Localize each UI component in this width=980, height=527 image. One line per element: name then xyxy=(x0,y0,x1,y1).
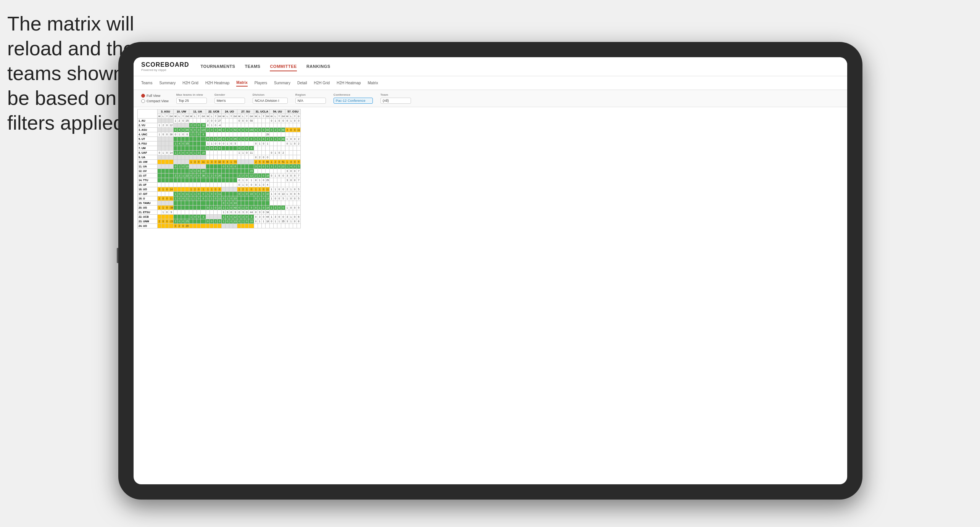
full-view-radio[interactable]: Full View xyxy=(141,94,169,98)
sub-t8: T xyxy=(277,114,281,119)
max-teams-filter: Max teams in view Top 25 Top 10 Top 50 xyxy=(176,93,207,104)
table-row: 15. UF 0100 8104 xyxy=(138,183,301,187)
sub-w2: W xyxy=(174,114,177,119)
nav-tournaments[interactable]: TOURNAMENTS xyxy=(201,62,235,71)
nav-bar: SCOREBOARD Powered by clippd TOURNAMENTS… xyxy=(134,57,847,76)
sub-nav: Teams Summary H2H Grid H2H Heatmap Matri… xyxy=(134,76,847,90)
sub-l3: L xyxy=(193,114,197,119)
compact-view-radio-circle xyxy=(141,99,145,103)
team-select[interactable]: (All) xyxy=(380,98,411,104)
row-20-label: 20. UG xyxy=(138,206,158,210)
sub-nav-summary2[interactable]: Summary xyxy=(274,80,290,86)
sub-nav-detail[interactable]: Detail xyxy=(297,80,307,86)
sub-d2: Dif xyxy=(185,114,189,119)
sub-nav-players[interactable]: Players xyxy=(255,80,267,86)
sub-w5: W xyxy=(222,114,226,119)
sub-nav-matrix2[interactable]: Matrix xyxy=(368,80,378,86)
compact-view-label: Compact View xyxy=(147,99,169,103)
table-row: 12. UV 11010 15 3007 xyxy=(138,169,301,174)
sub-t3: T xyxy=(197,114,201,119)
col-header-asu: 3. ASU xyxy=(158,109,174,114)
sub-d8: Dif xyxy=(281,114,285,119)
row-13-label: 13. UT xyxy=(138,174,158,178)
table-row: 18. U 20011 10011 1100 11011 01010 01013… xyxy=(138,196,301,201)
filter-bar: Full View Compact View Max teams in view… xyxy=(134,90,847,107)
matrix-content-area: 3. ASU 10. UW 11. UA 22. UCB 24. UO 27. … xyxy=(134,107,847,484)
sub-t6: T xyxy=(245,114,249,119)
region-filter: Region N/A East West xyxy=(295,93,326,104)
division-label: Division xyxy=(253,93,288,96)
gender-label: Gender xyxy=(214,93,245,96)
col-header-ua: 11. UA xyxy=(189,109,206,114)
sub-d5: Dif xyxy=(233,114,237,119)
sub-nav-h2hheatmap1[interactable]: H2H Heatmap xyxy=(205,80,229,86)
sub-t5: T xyxy=(229,114,233,119)
col-header-uo: 24. UO xyxy=(222,109,237,114)
row-21-label: 21. ETSU xyxy=(138,210,158,215)
nav-rankings[interactable]: RANKINGS xyxy=(306,62,330,71)
row-12-label: 12. UV xyxy=(138,169,158,174)
sub-nav-summary1[interactable]: Summary xyxy=(159,80,176,86)
logo-subtitle: Powered by clippd xyxy=(141,68,189,72)
sub-w8: W xyxy=(270,114,274,119)
sub-t1: T xyxy=(165,114,169,119)
sub-nav-h2hgrid2[interactable]: H2H Grid xyxy=(314,80,330,86)
gender-select[interactable]: Men's Women's xyxy=(214,98,245,104)
table-row: 22. UCB 1403 14012 0303 03044 1300 3106 xyxy=(138,215,301,219)
col-header-su: 27. SU xyxy=(237,109,254,114)
tablet-side-button xyxy=(117,248,118,263)
row-16-label: 16. UO xyxy=(138,187,158,192)
nav-teams[interactable]: TEAMS xyxy=(245,62,260,71)
main-nav: TOURNAMENTS TEAMS COMMITTEE RANKINGS xyxy=(201,62,330,71)
sub-nav-h2hgrid1[interactable]: H2H Grid xyxy=(182,80,198,86)
sub-l7: L xyxy=(258,114,262,119)
col-header-uw: 10. UW xyxy=(174,109,189,114)
row-17-label: 17. GIT xyxy=(138,192,158,196)
col-header-osu: 57. OSU xyxy=(285,109,301,114)
sub-nav-h2hheatmap2[interactable]: H2H Heatmap xyxy=(337,80,361,86)
row-7-label: 7. UM xyxy=(138,146,158,151)
sub-w3: W xyxy=(189,114,193,119)
matrix-scroll[interactable]: 3. ASU 10. UW 11. UA 22. UCB 24. UO 27. … xyxy=(134,107,847,484)
sub-t2: T xyxy=(181,114,185,119)
sub-d1: Dif xyxy=(169,114,174,119)
sub-w6: W xyxy=(237,114,241,119)
row-5-label: 5. UT xyxy=(138,137,158,141)
col-header-ucb: 22. UCB xyxy=(206,109,222,114)
sub-d3: Dif xyxy=(201,114,206,119)
gender-filter: Gender Men's Women's xyxy=(214,93,245,104)
table-row: 24. UO 02029 xyxy=(138,224,301,228)
row-8-label: 8. UAF xyxy=(138,151,158,155)
sub-nav-teams[interactable]: Teams xyxy=(141,80,152,86)
max-teams-select[interactable]: Top 25 Top 10 Top 50 xyxy=(176,98,207,104)
sub-l1: L xyxy=(161,114,165,119)
table-row: 8. UAF 01014 1200 01015 11011 0102 xyxy=(138,151,301,155)
table-row: 20. UG 110-38 01022 11040 0105 01019 130… xyxy=(138,206,301,210)
division-select[interactable]: NCAA Division I NCAA Division II xyxy=(253,98,288,104)
region-select[interactable]: N/A East West xyxy=(295,98,326,104)
row-6-label: 6. FSU xyxy=(138,141,158,146)
col-header-uu: 54. UU xyxy=(270,109,285,114)
sub-l6: L xyxy=(241,114,245,119)
full-view-radio-circle xyxy=(141,94,145,98)
table-row: 14. TTU 0101 81029 3007 xyxy=(138,178,301,183)
row-19-label: 19. TAMU xyxy=(138,201,158,206)
conference-select[interactable]: Pac-12 Conference (All) SEC Big Ten xyxy=(334,98,373,104)
sub-w9: W xyxy=(285,114,289,119)
table-row: 6. FSU 14035 1100 0105 0101 0102 xyxy=(138,141,301,146)
table-row: 2. VU 12012 20018 010-4 xyxy=(138,123,301,128)
tablet-screen: SCOREBOARD Powered by clippd TOURNAMENTS… xyxy=(134,57,847,484)
full-view-label: Full View xyxy=(147,94,160,98)
sub-nav-matrix1[interactable]: Matrix xyxy=(236,79,247,87)
conference-label: Conference xyxy=(334,93,373,96)
compact-view-radio[interactable]: Compact View xyxy=(141,99,169,103)
nav-committee[interactable]: COMMITTEE xyxy=(270,62,297,71)
sub-w4: W xyxy=(206,114,210,119)
sub-t7: T xyxy=(262,114,266,119)
row-22-label: 22. UCB xyxy=(138,215,158,219)
table-row: 3. ASU 04086 500120 20048 01052 600160 6… xyxy=(138,128,301,132)
table-row: 1. AU 12025 20027 00050 0100 0100 xyxy=(138,119,301,123)
row-10-label: 10. UW xyxy=(138,160,158,164)
sub-d9: D xyxy=(297,114,301,119)
table-row: 5. UT 01022 01035 1100 1102 11040 1002 xyxy=(138,137,301,141)
